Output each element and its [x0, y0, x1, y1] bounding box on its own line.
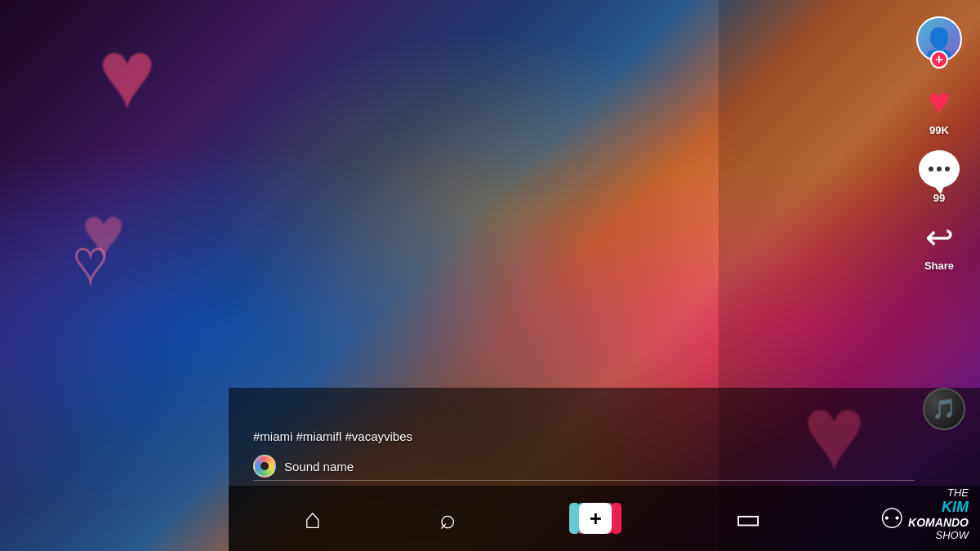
watermark-the: THE [908, 487, 969, 499]
sound-name-text: Sound name [284, 460, 354, 473]
bottom-divider [253, 480, 915, 481]
chat-tail [934, 186, 944, 194]
comment-icon-container [918, 148, 960, 190]
nav-inbox[interactable]: ▭ [735, 504, 761, 532]
watermark-show: SHOW [908, 529, 969, 541]
like-icon-container: ♥ [918, 80, 960, 122]
follow-plus-badge: + [930, 51, 948, 69]
share-icon-container: ↪ [918, 216, 960, 258]
nav-profile[interactable]: ⚇ [880, 504, 904, 532]
floating-heart-top-left: ♥ [98, 24, 156, 122]
like-count: 99K [929, 124, 949, 136]
create-plus-icon: + [579, 503, 612, 534]
sound-vinyl-disc [253, 455, 276, 478]
user-avatar[interactable]: 👤 + [916, 16, 962, 62]
nav-home[interactable]: ⌂ [305, 504, 322, 532]
sound-row[interactable]: Sound name [253, 455, 898, 478]
chat-bubble-icon [919, 150, 960, 188]
share-label: Share [924, 260, 954, 272]
chat-dot-2 [937, 167, 942, 171]
home-icon: ⌂ [305, 504, 322, 532]
music-disc-floating[interactable]: 🎵 [923, 388, 965, 430]
search-icon: ⌕ [439, 504, 456, 532]
nav-search[interactable]: ⌕ [439, 504, 456, 532]
heart-icon: ♥ [928, 82, 950, 120]
nav-create[interactable]: + [574, 503, 617, 534]
like-button[interactable]: ♥ 99K [918, 80, 960, 136]
right-actions-panel: 👤 + ♥ 99K 99 ↪ Share [916, 16, 962, 283]
music-note-icon: 🎵 [932, 398, 956, 420]
chat-dot-3 [945, 167, 950, 171]
profile-icon: ⚇ [880, 504, 904, 532]
chat-dots [929, 167, 950, 171]
inbox-icon: ▭ [735, 504, 761, 532]
floating-heart-outline: ♥ [74, 229, 108, 294]
share-arrow-icon: ↪ [925, 217, 954, 257]
sound-vinyl-inner [261, 462, 269, 470]
share-button[interactable]: ↪ Share [918, 216, 960, 272]
bottom-content-area: #miami #miamifl #vacayvibes Sound name [253, 429, 898, 478]
comment-button[interactable]: 99 [918, 148, 960, 204]
chat-dot-1 [929, 167, 933, 171]
watermark: THE KIM KOMANDO SHOW [908, 487, 969, 541]
watermark-komando: KOMANDO [908, 516, 969, 529]
watermark-kim: KIM [908, 499, 969, 516]
hashtag-text: #miami #miamifl #vacayvibes [253, 429, 898, 443]
bottom-nav: ⌂ ⌕ + ▭ ⚇ [229, 486, 980, 551]
